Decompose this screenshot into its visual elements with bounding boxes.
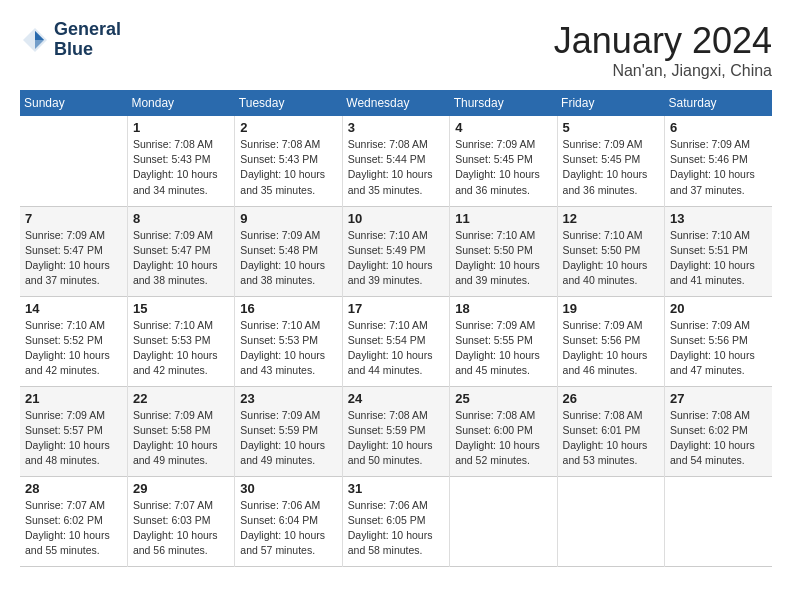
- day-number: 1: [133, 120, 229, 135]
- title-block: January 2024 Nan'an, Jiangxi, China: [554, 20, 772, 80]
- day-number: 13: [670, 211, 767, 226]
- day-number: 26: [563, 391, 659, 406]
- calendar-cell: [557, 476, 664, 566]
- calendar-cell: 28Sunrise: 7:07 AM Sunset: 6:02 PM Dayli…: [20, 476, 127, 566]
- day-info: Sunrise: 7:08 AM Sunset: 5:43 PM Dayligh…: [133, 137, 229, 198]
- day-info: Sunrise: 7:10 AM Sunset: 5:51 PM Dayligh…: [670, 228, 767, 289]
- day-number: 19: [563, 301, 659, 316]
- calendar-cell: 26Sunrise: 7:08 AM Sunset: 6:01 PM Dayli…: [557, 386, 664, 476]
- column-header-wednesday: Wednesday: [342, 90, 449, 116]
- day-number: 10: [348, 211, 444, 226]
- calendar-cell: 23Sunrise: 7:09 AM Sunset: 5:59 PM Dayli…: [235, 386, 342, 476]
- day-number: 21: [25, 391, 122, 406]
- day-info: Sunrise: 7:09 AM Sunset: 5:56 PM Dayligh…: [563, 318, 659, 379]
- calendar-week-2: 7Sunrise: 7:09 AM Sunset: 5:47 PM Daylig…: [20, 206, 772, 296]
- calendar-cell: 24Sunrise: 7:08 AM Sunset: 5:59 PM Dayli…: [342, 386, 449, 476]
- calendar-cell: 21Sunrise: 7:09 AM Sunset: 5:57 PM Dayli…: [20, 386, 127, 476]
- calendar-cell: 13Sunrise: 7:10 AM Sunset: 5:51 PM Dayli…: [665, 206, 772, 296]
- day-number: 11: [455, 211, 551, 226]
- day-info: Sunrise: 7:10 AM Sunset: 5:50 PM Dayligh…: [455, 228, 551, 289]
- calendar-cell: 9Sunrise: 7:09 AM Sunset: 5:48 PM Daylig…: [235, 206, 342, 296]
- day-info: Sunrise: 7:10 AM Sunset: 5:53 PM Dayligh…: [133, 318, 229, 379]
- calendar-cell: 1Sunrise: 7:08 AM Sunset: 5:43 PM Daylig…: [127, 116, 234, 206]
- calendar-cell: 15Sunrise: 7:10 AM Sunset: 5:53 PM Dayli…: [127, 296, 234, 386]
- day-number: 29: [133, 481, 229, 496]
- calendar-week-4: 21Sunrise: 7:09 AM Sunset: 5:57 PM Dayli…: [20, 386, 772, 476]
- logo-text: General Blue: [54, 20, 121, 60]
- svg-marker-2: [35, 31, 44, 40]
- day-number: 30: [240, 481, 336, 496]
- calendar-cell: 10Sunrise: 7:10 AM Sunset: 5:49 PM Dayli…: [342, 206, 449, 296]
- calendar-cell: 31Sunrise: 7:06 AM Sunset: 6:05 PM Dayli…: [342, 476, 449, 566]
- day-info: Sunrise: 7:09 AM Sunset: 5:56 PM Dayligh…: [670, 318, 767, 379]
- day-info: Sunrise: 7:10 AM Sunset: 5:52 PM Dayligh…: [25, 318, 122, 379]
- calendar-cell: 16Sunrise: 7:10 AM Sunset: 5:53 PM Dayli…: [235, 296, 342, 386]
- day-number: 22: [133, 391, 229, 406]
- day-number: 2: [240, 120, 336, 135]
- column-header-sunday: Sunday: [20, 90, 127, 116]
- location: Nan'an, Jiangxi, China: [554, 62, 772, 80]
- calendar-cell: 20Sunrise: 7:09 AM Sunset: 5:56 PM Dayli…: [665, 296, 772, 386]
- day-number: 4: [455, 120, 551, 135]
- calendar-cell: [665, 476, 772, 566]
- day-number: 6: [670, 120, 767, 135]
- calendar-cell: 17Sunrise: 7:10 AM Sunset: 5:54 PM Dayli…: [342, 296, 449, 386]
- column-header-tuesday: Tuesday: [235, 90, 342, 116]
- day-info: Sunrise: 7:09 AM Sunset: 5:59 PM Dayligh…: [240, 408, 336, 469]
- day-number: 14: [25, 301, 122, 316]
- day-info: Sunrise: 7:07 AM Sunset: 6:02 PM Dayligh…: [25, 498, 122, 559]
- day-info: Sunrise: 7:08 AM Sunset: 6:02 PM Dayligh…: [670, 408, 767, 469]
- day-number: 8: [133, 211, 229, 226]
- calendar-cell: [20, 116, 127, 206]
- day-info: Sunrise: 7:09 AM Sunset: 5:58 PM Dayligh…: [133, 408, 229, 469]
- day-number: 20: [670, 301, 767, 316]
- column-header-friday: Friday: [557, 90, 664, 116]
- day-info: Sunrise: 7:09 AM Sunset: 5:47 PM Dayligh…: [25, 228, 122, 289]
- day-number: 3: [348, 120, 444, 135]
- day-info: Sunrise: 7:06 AM Sunset: 6:04 PM Dayligh…: [240, 498, 336, 559]
- day-number: 23: [240, 391, 336, 406]
- calendar-cell: 5Sunrise: 7:09 AM Sunset: 5:45 PM Daylig…: [557, 116, 664, 206]
- day-info: Sunrise: 7:06 AM Sunset: 6:05 PM Dayligh…: [348, 498, 444, 559]
- day-info: Sunrise: 7:09 AM Sunset: 5:45 PM Dayligh…: [455, 137, 551, 198]
- day-info: Sunrise: 7:08 AM Sunset: 5:59 PM Dayligh…: [348, 408, 444, 469]
- day-info: Sunrise: 7:09 AM Sunset: 5:46 PM Dayligh…: [670, 137, 767, 198]
- calendar-cell: 8Sunrise: 7:09 AM Sunset: 5:47 PM Daylig…: [127, 206, 234, 296]
- calendar-cell: 6Sunrise: 7:09 AM Sunset: 5:46 PM Daylig…: [665, 116, 772, 206]
- calendar-cell: 19Sunrise: 7:09 AM Sunset: 5:56 PM Dayli…: [557, 296, 664, 386]
- calendar-table: SundayMondayTuesdayWednesdayThursdayFrid…: [20, 90, 772, 567]
- day-number: 27: [670, 391, 767, 406]
- day-info: Sunrise: 7:07 AM Sunset: 6:03 PM Dayligh…: [133, 498, 229, 559]
- day-number: 15: [133, 301, 229, 316]
- day-number: 18: [455, 301, 551, 316]
- calendar-cell: 7Sunrise: 7:09 AM Sunset: 5:47 PM Daylig…: [20, 206, 127, 296]
- day-info: Sunrise: 7:09 AM Sunset: 5:45 PM Dayligh…: [563, 137, 659, 198]
- day-info: Sunrise: 7:10 AM Sunset: 5:53 PM Dayligh…: [240, 318, 336, 379]
- day-info: Sunrise: 7:10 AM Sunset: 5:50 PM Dayligh…: [563, 228, 659, 289]
- calendar-cell: 29Sunrise: 7:07 AM Sunset: 6:03 PM Dayli…: [127, 476, 234, 566]
- day-number: 17: [348, 301, 444, 316]
- day-info: Sunrise: 7:09 AM Sunset: 5:55 PM Dayligh…: [455, 318, 551, 379]
- column-header-saturday: Saturday: [665, 90, 772, 116]
- logo: General Blue: [20, 20, 121, 60]
- day-info: Sunrise: 7:09 AM Sunset: 5:47 PM Dayligh…: [133, 228, 229, 289]
- day-number: 7: [25, 211, 122, 226]
- calendar-cell: [450, 476, 557, 566]
- calendar-cell: 3Sunrise: 7:08 AM Sunset: 5:44 PM Daylig…: [342, 116, 449, 206]
- calendar-cell: 2Sunrise: 7:08 AM Sunset: 5:43 PM Daylig…: [235, 116, 342, 206]
- column-header-monday: Monday: [127, 90, 234, 116]
- day-info: Sunrise: 7:09 AM Sunset: 5:57 PM Dayligh…: [25, 408, 122, 469]
- day-number: 16: [240, 301, 336, 316]
- calendar-week-3: 14Sunrise: 7:10 AM Sunset: 5:52 PM Dayli…: [20, 296, 772, 386]
- day-info: Sunrise: 7:08 AM Sunset: 6:01 PM Dayligh…: [563, 408, 659, 469]
- calendar-cell: 12Sunrise: 7:10 AM Sunset: 5:50 PM Dayli…: [557, 206, 664, 296]
- day-info: Sunrise: 7:10 AM Sunset: 5:49 PM Dayligh…: [348, 228, 444, 289]
- calendar-cell: 27Sunrise: 7:08 AM Sunset: 6:02 PM Dayli…: [665, 386, 772, 476]
- calendar-week-5: 28Sunrise: 7:07 AM Sunset: 6:02 PM Dayli…: [20, 476, 772, 566]
- day-info: Sunrise: 7:08 AM Sunset: 6:00 PM Dayligh…: [455, 408, 551, 469]
- calendar-cell: 22Sunrise: 7:09 AM Sunset: 5:58 PM Dayli…: [127, 386, 234, 476]
- logo-icon: [20, 25, 50, 55]
- day-number: 9: [240, 211, 336, 226]
- day-number: 31: [348, 481, 444, 496]
- day-info: Sunrise: 7:08 AM Sunset: 5:44 PM Dayligh…: [348, 137, 444, 198]
